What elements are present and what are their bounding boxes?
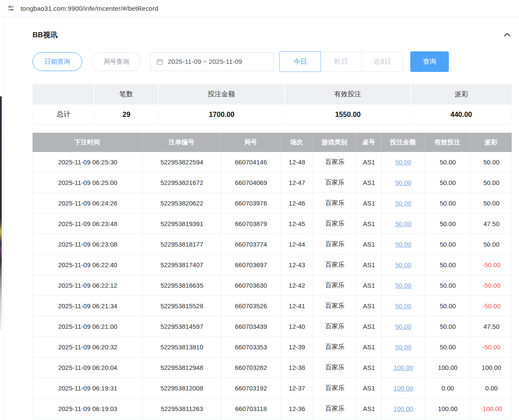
cell-bet-amount: 50.00 <box>382 173 425 193</box>
cell-game-type: 百家乐 <box>313 173 357 193</box>
cell-game-type: 百家乐 <box>313 316 357 337</box>
search-button[interactable]: 查询 <box>410 51 449 72</box>
last-8-days-button[interactable]: 近8日 <box>362 51 403 72</box>
cell-payout: 50.00 <box>471 152 512 172</box>
today-button[interactable]: 今日 <box>279 51 321 72</box>
yesterday-button[interactable]: 昨日 <box>320 51 362 72</box>
cell-session: 12-48 <box>281 152 313 172</box>
cell-game-type: 百家乐 <box>313 296 357 316</box>
cell-valid-bet: 50.00 <box>425 234 471 254</box>
bet-amount-link[interactable]: 50.00 <box>395 302 412 310</box>
cell-game-type: 百家乐 <box>313 357 357 378</box>
cell-bet-amount: 50.00 <box>382 255 425 275</box>
table-row: 2025-11-09 06:22:40522953817407660703697… <box>33 255 511 275</box>
bet-record-table: 下注时间注单编号局号场次游戏类别桌号投注金额有效投注派彩 2025-11-09 … <box>33 133 512 419</box>
summary-bet-amount-value: 1700.00 <box>159 104 285 125</box>
calendar-icon <box>156 58 163 66</box>
cell-payout: 50.00 <box>471 173 512 193</box>
cell-valid-bet: 50.00 <box>425 296 471 316</box>
date-range-picker[interactable]: 2025-11-09 ~ 2025-11-09 <box>150 52 274 71</box>
table-row: 2025-11-09 06:25:30522953822594660704146… <box>33 152 511 173</box>
bet-table-header: 下注时间注单编号局号场次游戏类别桌号投注金额有效投注派彩 <box>33 133 512 152</box>
cell-round-id: 660703192 <box>221 378 281 398</box>
cell-order-id: 522953815528 <box>143 296 221 316</box>
bet-amount-link[interactable]: 50.00 <box>395 261 412 268</box>
cell-round-id: 660704146 <box>221 152 281 172</box>
bet-amount-link[interactable]: 50.00 <box>395 323 412 330</box>
table-column-header: 游戏类别 <box>313 133 356 152</box>
cell-bet-time: 2025-11-09 06:22:12 <box>33 275 143 295</box>
bet-amount-link[interactable]: 50.00 <box>395 282 412 289</box>
table-row: 2025-11-09 06:21:34522953815528660703526… <box>33 296 511 316</box>
table-column-header: 场次 <box>281 133 313 152</box>
table-column-header: 派彩 <box>470 133 512 152</box>
cell-game-type: 百家乐 <box>313 152 357 172</box>
cell-order-id: 522953812948 <box>143 357 221 378</box>
bet-amount-link[interactable]: 50.00 <box>395 241 412 248</box>
cell-payout: 100.00 <box>471 357 512 378</box>
cell-bet-time: 2025-11-09 06:24:26 <box>33 193 143 213</box>
cell-order-id: 522953816635 <box>143 275 221 295</box>
bet-amount-link[interactable]: 100.00 <box>394 364 413 371</box>
cell-table-id: AS1 <box>357 173 382 193</box>
cell-valid-bet: 100.00 <box>425 399 471 419</box>
table-row: 2025-11-09 06:21:00522953814597660703439… <box>33 316 511 337</box>
cell-valid-bet: 100.00 <box>425 357 471 378</box>
cell-valid-bet: 50.00 <box>425 214 471 234</box>
bet-amount-link[interactable]: 100.00 <box>394 384 413 392</box>
site-info-icon[interactable] <box>7 5 15 12</box>
bet-amount-link[interactable]: 50.00 <box>395 158 412 166</box>
summary-payout-value: 440.00 <box>411 104 512 125</box>
bet-table-body: 2025-11-09 06:25:30522953822594660704146… <box>33 152 512 419</box>
summary-count-value: 29 <box>95 104 159 125</box>
collapse-section-button[interactable] <box>503 30 512 39</box>
background-page-edge <box>0 96 2 330</box>
browser-url-bar: tongbao31.com:9900/infe/mcenter/#/betRec… <box>0 0 519 17</box>
cell-bet-amount: 50.00 <box>382 214 425 234</box>
cell-round-id: 660704069 <box>221 173 281 193</box>
table-row: 2025-11-09 06:25:00522953821672660704069… <box>33 173 511 193</box>
cell-game-type: 百家乐 <box>313 399 357 419</box>
summary-header-blank <box>33 84 95 104</box>
cell-bet-time: 2025-11-09 06:21:00 <box>33 316 143 337</box>
cell-bet-amount: 50.00 <box>382 234 425 254</box>
date-query-button[interactable]: 日期查询 <box>33 52 82 71</box>
cell-valid-bet: 50.00 <box>425 255 471 275</box>
url-text[interactable]: tongbao31.com:9900/infe/mcenter/#/betRec… <box>21 5 158 12</box>
table-row: 2025-11-09 06:24:26522953820622660703976… <box>33 193 511 214</box>
bet-amount-link[interactable]: 50.00 <box>395 200 412 207</box>
cell-round-id: 660703439 <box>221 316 281 337</box>
cell-session: 12-43 <box>281 255 313 275</box>
cell-bet-amount: 50.00 <box>382 337 425 357</box>
bet-record-panel: BB视讯 日期查询 局号查询 2025-11-09 ~ 2025-11-09 今… <box>3 17 519 420</box>
cell-bet-amount: 50.00 <box>382 152 425 172</box>
round-query-button[interactable]: 局号查询 <box>92 52 141 71</box>
bet-amount-link[interactable]: 50.00 <box>395 179 412 186</box>
cell-bet-time: 2025-11-09 06:25:30 <box>33 152 143 172</box>
cell-bet-time: 2025-11-09 06:23:48 <box>33 214 143 234</box>
cell-valid-bet: 50.00 <box>425 275 471 295</box>
cell-bet-time: 2025-11-09 06:19:03 <box>33 399 143 419</box>
cell-bet-amount: 50.00 <box>382 275 425 295</box>
table-column-header: 有效投注 <box>425 133 470 152</box>
cell-order-id: 522953813810 <box>143 337 221 357</box>
cell-order-id: 522953814597 <box>143 316 221 337</box>
cell-session: 12-46 <box>281 193 313 213</box>
cell-round-id: 660703282 <box>221 357 281 378</box>
chevron-up-icon <box>503 30 512 39</box>
cell-table-id: AS1 <box>357 214 382 234</box>
cell-valid-bet: 50.00 <box>425 337 471 357</box>
cell-order-id: 522953821672 <box>143 173 221 193</box>
summary-header-count: 笔数 <box>95 84 159 104</box>
cell-table-id: AS1 <box>357 378 382 398</box>
cell-session: 12-42 <box>281 275 313 295</box>
cell-bet-amount: 100.00 <box>382 378 425 398</box>
panel-title-row: BB视讯 <box>33 17 512 40</box>
bet-amount-link[interactable]: 100.00 <box>394 405 413 412</box>
table-row: 2025-11-09 06:23:48522953819391660703879… <box>33 214 511 234</box>
bet-amount-link[interactable]: 50.00 <box>395 220 412 227</box>
table-column-header: 投注金额 <box>381 133 425 152</box>
cell-bet-time: 2025-11-09 06:22:40 <box>33 255 143 275</box>
bet-amount-link[interactable]: 50.00 <box>395 343 412 351</box>
table-row: 2025-11-09 06:19:31522953812008660703192… <box>33 378 511 399</box>
